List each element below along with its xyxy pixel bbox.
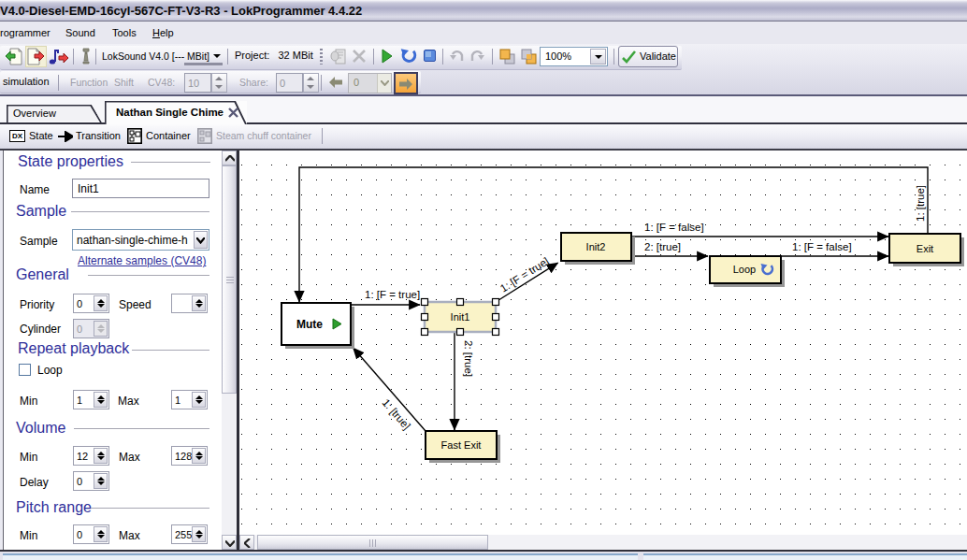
svg-text:1: [F = true]: 1: [F = true] <box>365 289 420 300</box>
svg-text:Init1: Init1 <box>451 311 470 323</box>
svg-text:1: [true]: 1: [true] <box>915 185 926 222</box>
svg-text:Init2: Init2 <box>586 241 606 252</box>
svg-text:2: [true]: 2: [true] <box>463 340 474 377</box>
svg-text:1: [F = false]: 1: [F = false] <box>792 241 852 252</box>
svg-text:2: [true]: 2: [true] <box>644 241 681 252</box>
svg-text:1: [F = false]: 1: [F = false] <box>644 222 704 233</box>
svg-text:Exit: Exit <box>916 243 933 254</box>
svg-text:Fast Exit: Fast Exit <box>441 439 482 451</box>
svg-text:Loop: Loop <box>733 264 756 275</box>
svg-text:Mute: Mute <box>296 318 323 331</box>
